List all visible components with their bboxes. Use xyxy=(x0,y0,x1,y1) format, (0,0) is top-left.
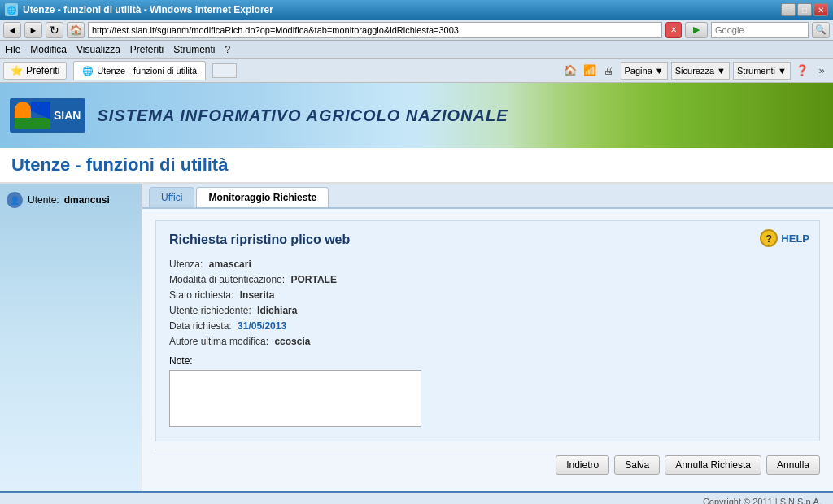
modalita-row: Modalità di autenticazione: PORTALE xyxy=(169,274,806,285)
stato-label: Stato richiesta: xyxy=(169,289,233,301)
page-title: Utenze - funzioni di utilità xyxy=(11,154,822,176)
print-icon[interactable]: 🖨 xyxy=(601,63,617,79)
sicurezza-dropdown[interactable]: Sicurezza ▼ xyxy=(671,62,730,80)
stato-row: Stato richiesta: Inserita xyxy=(169,289,806,301)
utente-rich-label: Utente richiedente: xyxy=(169,305,251,316)
expand-icon[interactable]: » xyxy=(813,63,830,79)
menu-file[interactable]: File xyxy=(5,44,20,55)
title-bar: 🌐 Utenze - funzioni di utilità - Windows… xyxy=(0,0,833,20)
sian-logo-graphic xyxy=(15,102,50,129)
help-label: HELP xyxy=(781,232,809,245)
autore-row: Autore ultima modifica: ccoscia xyxy=(169,336,806,347)
tab-bar: ⭐ Preferiti 🌐 Utenze - funzioni di utili… xyxy=(0,59,833,83)
home-icon[interactable]: 🏠 xyxy=(562,63,578,79)
stop-button[interactable]: ✕ xyxy=(665,22,682,38)
form-title: Richiesta ripristino plico web xyxy=(169,232,806,247)
footer: Copyright © 2011 | SIN S.p.A. xyxy=(0,491,833,504)
page-title-bar: Utenze - funzioni di utilità xyxy=(0,148,833,184)
strumenti-label: Strumenti ▼ xyxy=(737,66,787,76)
content-area: Uffici Monitoraggio Richieste ? HELP Ric… xyxy=(142,184,833,491)
content-tabs: Uffici Monitoraggio Richieste xyxy=(142,184,833,209)
data-value: 31/05/2013 xyxy=(238,320,286,332)
utente-rich-row: Utente richiedente: ldichiara xyxy=(169,305,806,316)
forward-button[interactable]: ► xyxy=(24,22,42,38)
help-circle-icon: ? xyxy=(760,229,778,247)
sian-logo: SIAN xyxy=(10,98,85,133)
window-controls[interactable]: — □ ✕ xyxy=(781,3,828,16)
menu-visualizza[interactable]: Visualizza xyxy=(76,44,120,55)
utenza-row: Utenza: amascari xyxy=(169,259,806,270)
button-bar: Indietro Salva Annulla Richiesta Annulla xyxy=(155,450,820,480)
menu-modifica[interactable]: Modifica xyxy=(30,44,67,55)
home-button[interactable]: 🏠 xyxy=(67,22,85,38)
pagina-label: Pagina ▼ xyxy=(625,66,664,76)
minimize-button[interactable]: — xyxy=(781,3,796,16)
address-bar: ◄ ► ↻ 🏠 ✕ ▶ 🔍 xyxy=(0,20,833,41)
notes-section: Note: xyxy=(169,355,806,429)
toolbar-icons: 🏠 📶 🖨 Pagina ▼ Sicurezza ▼ Strumenti ▼ ❓… xyxy=(562,62,830,80)
notes-textarea[interactable] xyxy=(169,370,421,427)
window-title: Utenze - funzioni di utilità - Windows I… xyxy=(23,4,273,15)
rss-icon[interactable]: 📶 xyxy=(582,63,598,79)
main-wrapper: 👤 Utente: dmancusi Uffici Monitoraggio R… xyxy=(0,184,833,491)
browser-tab[interactable]: 🌐 Utenze - funzioni di utilità xyxy=(73,61,206,80)
ie-icon: 🌐 xyxy=(5,3,18,16)
sian-title: Sistema Informativo Agricolo Nazionale xyxy=(97,106,508,125)
tab-uffici[interactable]: Uffici xyxy=(149,187,194,207)
search-button[interactable]: 🔍 xyxy=(812,22,830,38)
modalita-value: PORTALE xyxy=(290,274,336,285)
menu-bar: File Modifica Visualizza Preferiti Strum… xyxy=(0,41,833,59)
data-row: Data richiesta: 31/05/2013 xyxy=(169,320,806,332)
favorites-label: Preferiti xyxy=(26,65,59,76)
menu-help[interactable]: ? xyxy=(225,44,231,55)
tab-favicon: 🌐 xyxy=(82,66,94,76)
star-icon: ⭐ xyxy=(11,65,23,76)
go-button[interactable]: ▶ xyxy=(685,22,708,38)
copyright-text: Copyright © 2011 | SIN S.p.A. xyxy=(703,497,822,505)
tab-label: Utenze - funzioni di utilità xyxy=(97,66,197,76)
annulla-richiesta-button[interactable]: Annulla Richiesta xyxy=(665,455,761,475)
modalita-label: Modalità di autenticazione: xyxy=(169,274,285,285)
salva-button[interactable]: Salva xyxy=(614,455,660,475)
user-avatar: 👤 xyxy=(7,192,23,208)
utenza-label: Utenza: xyxy=(169,259,203,270)
back-button[interactable]: ◄ xyxy=(3,22,21,38)
header-image xyxy=(508,83,833,148)
strumenti-dropdown[interactable]: Strumenti ▼ xyxy=(733,62,791,80)
close-button[interactable]: ✕ xyxy=(813,3,828,16)
pagina-dropdown[interactable]: Pagina ▼ xyxy=(621,62,668,80)
refresh-button[interactable]: ↻ xyxy=(46,22,63,38)
tab-monitoraggio[interactable]: Monitoraggio Richieste xyxy=(196,187,329,207)
data-label: Data richiesta: xyxy=(169,320,232,332)
new-tab-button[interactable] xyxy=(212,63,237,78)
user-info: 👤 Utente: dmancusi xyxy=(7,192,135,208)
annulla-button[interactable]: Annulla xyxy=(766,455,820,475)
form-area: ? HELP Richiesta ripristino plico web Ut… xyxy=(142,209,833,491)
user-label: Utente: xyxy=(28,194,59,206)
maximize-button[interactable]: □ xyxy=(797,3,812,16)
sidebar: 👤 Utente: dmancusi xyxy=(0,184,142,491)
sian-header: SIAN Sistema Informativo Agricolo Nazion… xyxy=(0,83,833,148)
form-section: ? HELP Richiesta ripristino plico web Ut… xyxy=(155,220,820,441)
autore-value: ccoscia xyxy=(274,336,310,347)
menu-strumenti[interactable]: Strumenti xyxy=(173,44,215,55)
help-button[interactable]: ? HELP xyxy=(760,229,809,247)
sian-logo-text: SIAN xyxy=(54,109,81,122)
favorites-button[interactable]: ⭐ Preferiti xyxy=(3,62,67,80)
address-input[interactable] xyxy=(88,22,662,38)
notes-label: Note: xyxy=(169,355,806,367)
help-icon[interactable]: ❓ xyxy=(794,63,810,79)
autore-label: Autore ultima modifica: xyxy=(169,336,268,347)
title-bar-left: 🌐 Utenze - funzioni di utilità - Windows… xyxy=(5,3,273,16)
utenza-value: amascari xyxy=(209,259,251,270)
menu-preferiti[interactable]: Preferiti xyxy=(130,44,164,55)
indietro-button[interactable]: Indietro xyxy=(556,455,609,475)
search-input[interactable] xyxy=(711,22,809,38)
sicurezza-label: Sicurezza ▼ xyxy=(675,66,726,76)
utente-rich-value: ldichiara xyxy=(257,305,297,316)
username: dmancusi xyxy=(64,194,110,206)
stato-value: Inserita xyxy=(240,289,275,301)
